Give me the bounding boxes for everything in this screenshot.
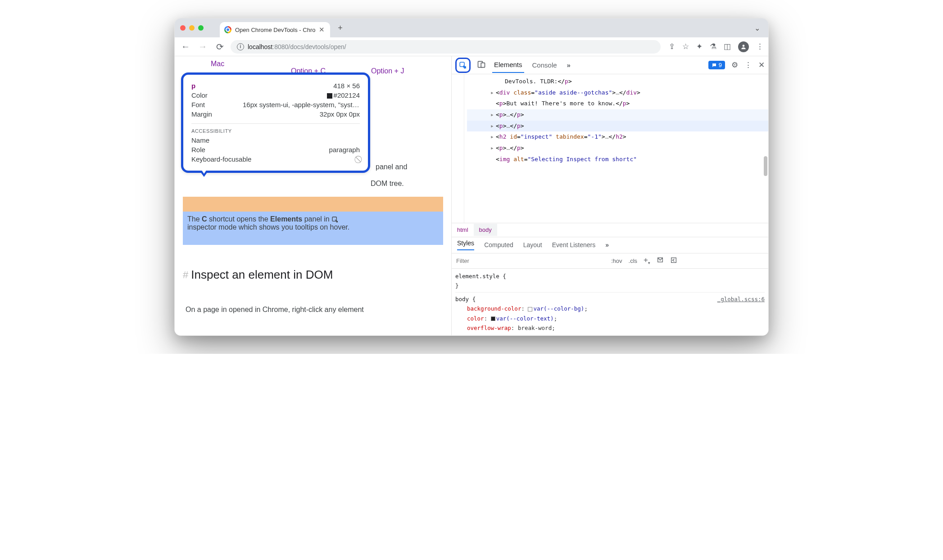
reload-button[interactable]: ⟳ xyxy=(213,41,226,53)
os-label: Mac xyxy=(211,60,224,68)
tooltip-keyboard-focusable-label: Keyboard-focusable xyxy=(191,155,251,163)
new-style-rule-icon[interactable]: +▾ xyxy=(644,256,650,265)
content-highlight-band: The C shortcut opens the Elements panel … xyxy=(183,212,443,245)
dom-line[interactable]: <p>But wait! There's more to know.</p> xyxy=(467,98,768,109)
tooltip-margin-label: Margin xyxy=(191,110,212,118)
close-tab-icon[interactable]: ✕ xyxy=(319,26,325,34)
body-selector: body { xyxy=(455,296,476,303)
styles-filter-bar: :hov .cls +▾ xyxy=(452,253,768,269)
tabs-chevron-down-icon[interactable]: ⌄ xyxy=(752,21,763,35)
chrome-favicon-icon xyxy=(224,26,231,33)
shortcut-option-j: Option + J xyxy=(371,67,404,75)
settings-gear-icon[interactable]: ⚙ xyxy=(731,60,738,70)
labs-flask-icon[interactable]: ⚗ xyxy=(710,42,716,51)
devtools-panel: Elements Console » 9 ⚙ ⋮ ✕ DevTools. TLD… xyxy=(452,56,768,335)
page-heading: Inspect an element in DOM xyxy=(191,268,333,282)
tooltip-color-value: #202124 xyxy=(334,91,360,99)
styles-body[interactable]: element.style { } body { _global.scss:6 … xyxy=(452,269,768,336)
content-area: Mac Option + C Option + J panel and DOM … xyxy=(175,56,768,335)
heading-row: # Inspect an element in DOM xyxy=(183,268,333,282)
dom-breadcrumbs[interactable]: html body xyxy=(452,223,768,237)
print-media-icon[interactable] xyxy=(657,257,664,265)
share-icon[interactable]: ⇪ xyxy=(669,42,675,51)
issues-badge[interactable]: 9 xyxy=(708,61,725,69)
inspect-cursor-icon xyxy=(331,216,339,223)
address-bar[interactable]: i localhost:8080/docs/devtools/open/ xyxy=(231,40,661,54)
browser-tab[interactable]: Open Chrome DevTools - Chro ✕ xyxy=(220,22,330,37)
heading-anchor-icon[interactable]: # xyxy=(183,269,188,281)
forward-button[interactable]: → xyxy=(196,41,209,53)
hov-toggle[interactable]: :hov xyxy=(611,257,622,264)
color-swatch-icon xyxy=(327,93,332,99)
side-panel-icon[interactable]: ◫ xyxy=(724,42,731,51)
tab-title: Open Chrome DevTools - Chro xyxy=(235,27,315,33)
minimize-window-button[interactable] xyxy=(189,25,195,31)
dom-line[interactable]: <img alt="Selecting Inspect from shortc" xyxy=(467,154,768,165)
web-page-viewport: Mac Option + C Option + J panel and DOM … xyxy=(175,56,452,335)
cls-toggle[interactable]: .cls xyxy=(629,257,638,264)
more-tabs-icon[interactable]: » xyxy=(565,58,572,72)
new-tab-button[interactable]: + xyxy=(334,22,346,34)
message-icon xyxy=(712,63,717,68)
shortcut-key-c: C xyxy=(202,215,207,223)
bookmark-star-icon[interactable]: ☆ xyxy=(682,42,689,51)
inspect-element-button[interactable] xyxy=(455,58,471,73)
maximize-window-button[interactable] xyxy=(198,25,204,31)
dom-line[interactable]: ▸<div class="aside aside--gotchas">…</di… xyxy=(467,87,768,99)
breadcrumb-body[interactable]: body xyxy=(474,224,497,236)
close-devtools-icon[interactable]: ✕ xyxy=(758,60,765,70)
url-port: :8080 xyxy=(272,43,288,50)
tab-elements[interactable]: Elements xyxy=(492,57,524,73)
url-path: /docs/devtools/open/ xyxy=(288,43,346,50)
more-styles-tabs-icon[interactable]: » xyxy=(605,241,609,248)
tooltip-role-label: Role xyxy=(191,146,205,154)
body-paragraph: On a page in opened in Chrome, right-cli… xyxy=(186,306,442,314)
styles-filter-input[interactable] xyxy=(456,257,605,264)
account-avatar-icon[interactable] xyxy=(738,41,749,52)
browser-toolbar: ← → ⟳ i localhost:8080/docs/devtools/ope… xyxy=(175,37,768,56)
dom-line[interactable]: ▸<p>…</p> xyxy=(467,121,768,132)
device-toolbar-icon[interactable] xyxy=(477,60,486,71)
tooltip-tag-name: p xyxy=(191,82,195,90)
styles-tabs: Styles Computed Layout Event Listeners » xyxy=(452,237,768,253)
back-button[interactable]: ← xyxy=(179,41,192,53)
tooltip-role-value: paragraph xyxy=(329,146,360,154)
site-info-icon[interactable]: i xyxy=(237,43,244,50)
element-style-selector: element.style { xyxy=(455,273,506,280)
tooltip-color-label: Color xyxy=(191,91,208,99)
extensions-icon[interactable]: ✦ xyxy=(696,42,703,51)
window-controls xyxy=(180,25,204,31)
tab-console[interactable]: Console xyxy=(530,58,559,72)
close-window-button[interactable] xyxy=(180,25,186,31)
dom-line[interactable]: DevTools. TLDR:</p> xyxy=(467,76,768,87)
issues-count: 9 xyxy=(719,62,722,68)
svg-rect-4 xyxy=(481,63,485,67)
computed-reveal-icon[interactable] xyxy=(670,257,677,265)
dom-line[interactable]: ▸<p>…</p> xyxy=(467,143,768,154)
dom-tree-area: DevTools. TLDR:</p>▸<div class="aside as… xyxy=(452,74,768,223)
tab-event-listeners[interactable]: Event Listeners xyxy=(552,241,596,248)
tooltip-font-value: 16px system-ui, -apple-system, "syste… xyxy=(243,101,360,108)
kebab-menu-icon[interactable]: ⋮ xyxy=(756,42,764,51)
source-link[interactable]: _global.scss:6 xyxy=(717,294,765,304)
dom-line[interactable]: ▸<p>…</p> xyxy=(467,109,768,121)
dom-tree[interactable]: DevTools. TLDR:</p>▸<div class="aside as… xyxy=(464,74,768,223)
breadcrumb-html[interactable]: html xyxy=(452,224,474,236)
tooltip-dimensions: 418 × 56 xyxy=(333,82,360,90)
tab-strip: Open Chrome DevTools - Chro ✕ + ⌄ xyxy=(175,18,768,37)
browser-window: Open Chrome DevTools - Chro ✕ + ⌄ ← → ⟳ … xyxy=(174,18,769,336)
tab-styles[interactable]: Styles xyxy=(457,239,474,250)
page-fragment-1: panel and xyxy=(376,163,407,171)
tooltip-accessibility-header: ACCESSIBILITY xyxy=(191,123,360,134)
tooltip-name-label: Name xyxy=(191,136,209,144)
tab-computed[interactable]: Computed xyxy=(484,241,513,248)
tab-layout[interactable]: Layout xyxy=(523,241,542,248)
scrollbar-thumb[interactable] xyxy=(764,156,767,176)
highlight-line-2: inspector mode which shows you tooltips … xyxy=(187,223,349,231)
dom-gutter xyxy=(452,74,464,223)
color-swatch-icon[interactable] xyxy=(491,316,495,321)
bg-swatch-icon[interactable] xyxy=(528,307,532,312)
svg-point-0 xyxy=(743,45,745,47)
devtools-kebab-icon[interactable]: ⋮ xyxy=(744,60,752,70)
dom-line[interactable]: ▸<h2 id="inspect" tabindex="-1">…</h2> xyxy=(467,131,768,143)
